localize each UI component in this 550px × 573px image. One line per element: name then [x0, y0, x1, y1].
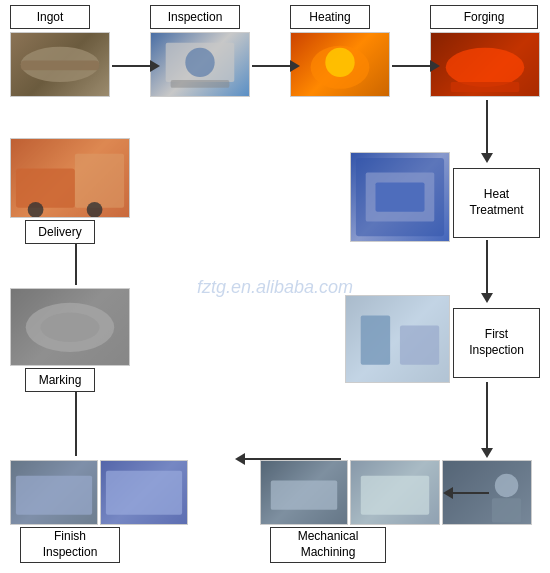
- svg-point-3: [185, 48, 214, 77]
- arrow-first-insp-bottom: [481, 382, 493, 460]
- arrow-heat-treatment-down: [481, 240, 493, 305]
- photo-first-inspection: [345, 295, 450, 383]
- step-inspection: Inspection: [150, 5, 240, 29]
- arrow-forging-down: [481, 100, 493, 165]
- svg-rect-33: [75, 154, 124, 208]
- arrow-heating-forging: [392, 60, 442, 72]
- svg-rect-1: [21, 60, 99, 70]
- svg-point-34: [28, 202, 44, 218]
- step-heat-treatment: HeatTreatment: [453, 168, 540, 238]
- step-heating: Heating: [290, 5, 370, 29]
- svg-point-30: [41, 313, 100, 342]
- step-delivery: Delivery: [25, 220, 95, 244]
- photo-heat-treatment: [350, 152, 450, 242]
- photo-inspection: [150, 32, 250, 97]
- arrow-inspection-heating: [252, 60, 302, 72]
- svg-point-6: [325, 48, 354, 77]
- svg-point-9: [446, 48, 525, 87]
- arrow-ingot-inspection: [112, 60, 162, 72]
- photo-ingot: [10, 32, 110, 97]
- arrow-first-inspection-mech: [235, 453, 343, 465]
- svg-rect-20: [361, 476, 429, 515]
- photo-mech-left: [350, 460, 440, 525]
- svg-rect-23: [492, 498, 521, 522]
- photo-mech-right: [260, 460, 348, 525]
- photo-finish-right: [100, 460, 188, 525]
- svg-rect-10: [451, 82, 520, 92]
- photo-heating: [290, 32, 390, 97]
- step-first-inspection: FirstInspection: [453, 308, 540, 378]
- step-mechanical-machining: Mechanical Machining: [270, 527, 386, 563]
- svg-point-22: [495, 474, 518, 497]
- svg-rect-13: [376, 182, 425, 211]
- flow-diagram: fztg.en.alibaba.com Ingot Inspection Hea…: [0, 0, 550, 573]
- photo-forging: [430, 32, 540, 97]
- step-ingot: Ingot: [10, 5, 90, 29]
- step-finish-inspection: Finish Inspection: [20, 527, 120, 563]
- step-marking: Marking: [25, 368, 95, 392]
- svg-rect-27: [106, 471, 182, 515]
- photo-finish-left: [10, 460, 98, 525]
- svg-rect-32: [16, 168, 75, 207]
- svg-rect-4: [171, 80, 230, 88]
- watermark: fztg.en.alibaba.com: [197, 276, 353, 297]
- svg-rect-18: [271, 481, 337, 510]
- photo-marking: [10, 288, 130, 366]
- step-forging: Forging: [430, 5, 538, 29]
- svg-point-35: [87, 202, 103, 218]
- arrow-bottom-right-left: [443, 487, 491, 499]
- svg-rect-15: [361, 316, 390, 365]
- svg-rect-25: [16, 476, 92, 515]
- svg-rect-16: [400, 325, 439, 364]
- photo-delivery: [10, 138, 130, 218]
